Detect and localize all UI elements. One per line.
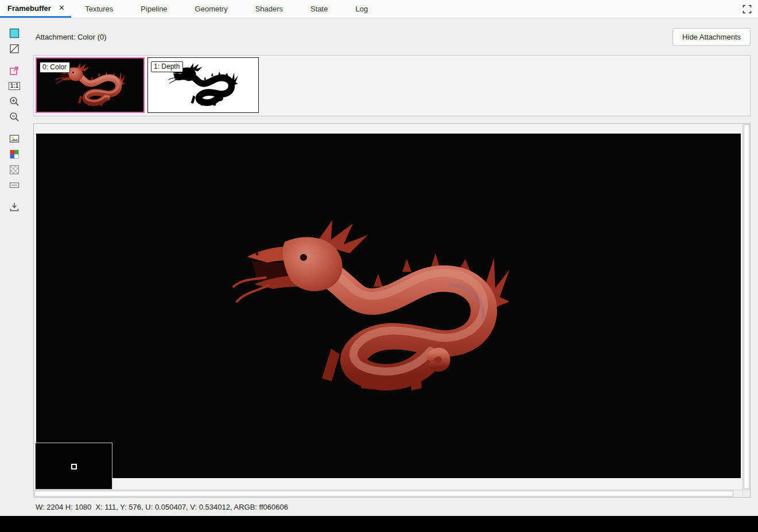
rgba-channels-icon[interactable]: [7, 147, 22, 162]
tab-bar: Framebuffer × Textures Pipeline Geometry…: [0, 0, 758, 18]
zoom-in-icon[interactable]: [7, 94, 22, 109]
zoom-out-icon[interactable]: [7, 109, 22, 124]
image-overlay-icon[interactable]: [7, 131, 22, 146]
dragon-render: [230, 216, 511, 416]
tab-log[interactable]: Log: [341, 0, 382, 18]
pixel-context-overlay: [35, 443, 112, 490]
tab-state[interactable]: State: [297, 0, 341, 18]
no-background-icon[interactable]: [7, 41, 22, 56]
attachment-thumb-color[interactable]: 0: Color: [36, 57, 145, 113]
app-window: Framebuffer × Textures Pipeline Geometry…: [0, 0, 758, 532]
zoom-1-1-label: 1:1: [9, 82, 20, 90]
zoom-fit-window-icon[interactable]: [7, 63, 22, 78]
alpha-checkerboard-icon[interactable]: [7, 162, 22, 177]
range-control-icon[interactable]: [7, 178, 22, 193]
left-toolbar: 1:1: [0, 18, 29, 516]
attachment-thumb-depth[interactable]: 1: Depth: [147, 57, 259, 113]
background-color-swatch-icon[interactable]: [7, 26, 22, 41]
horizontal-scrollbar[interactable]: [34, 490, 743, 497]
framebuffer-texture[interactable]: [36, 134, 741, 478]
status-bar: W: 2204 H: 1080 X: 111, Y: 576, U: 0.050…: [29, 498, 751, 516]
bottom-band: [0, 516, 758, 532]
pixel-readout: W: 2204 H: 1080 X: 111, Y: 576, U: 0.050…: [36, 503, 288, 511]
attachments-strip: 0: Color 1: Depth: [33, 55, 751, 116]
attachment-thumb-depth-label: 1: Depth: [151, 61, 183, 72]
tab-close-icon[interactable]: ×: [59, 3, 64, 13]
tab-geometry[interactable]: Geometry: [181, 0, 242, 18]
zoom-1-1-icon[interactable]: 1:1: [7, 79, 22, 93]
vertical-scrollbar[interactable]: [743, 124, 750, 490]
picked-pixel-marker: [71, 464, 77, 470]
scrollbar-corner: [743, 490, 750, 497]
save-texture-icon[interactable]: [7, 200, 22, 214]
attachment-label: Attachment: Color (0): [36, 33, 107, 41]
horizontal-scrollbar-thumb[interactable]: [34, 491, 733, 496]
vertical-scrollbar-thumb[interactable]: [744, 124, 749, 489]
tab-shaders[interactable]: Shaders: [242, 0, 297, 18]
attachment-header: Attachment: Color (0) Hide Attachments: [29, 18, 751, 55]
tab-textures[interactable]: Textures: [71, 0, 127, 18]
texture-preview-pane: [33, 123, 751, 498]
tab-framebuffer[interactable]: Framebuffer ×: [0, 0, 71, 18]
tab-pipeline[interactable]: Pipeline: [127, 0, 181, 18]
hide-attachments-button[interactable]: Hide Attachments: [673, 28, 751, 46]
tab-framebuffer-label: Framebuffer: [7, 4, 51, 13]
fullscreen-icon[interactable]: [736, 0, 758, 18]
attachment-thumb-color-label: 0: Color: [40, 62, 70, 73]
